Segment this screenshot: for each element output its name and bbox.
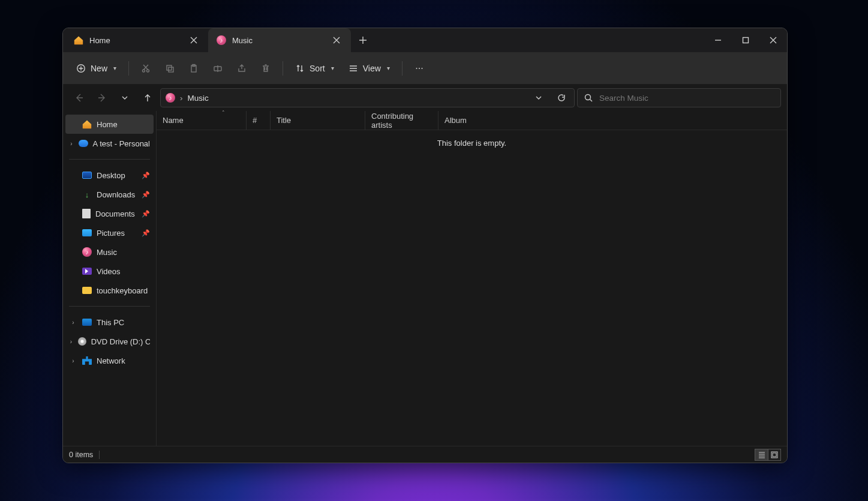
- chevron-down-icon: [534, 93, 543, 103]
- rename-button[interactable]: [207, 58, 229, 79]
- sidebar-item-home[interactable]: › Home: [65, 115, 154, 134]
- search-input[interactable]: [599, 94, 774, 103]
- cut-button[interactable]: [135, 58, 157, 79]
- paste-button[interactable]: [183, 58, 205, 79]
- address-bar[interactable]: › Music: [160, 88, 575, 107]
- nav-bar: › Music: [63, 85, 787, 111]
- details-view-button[interactable]: [755, 449, 768, 461]
- sidebar-item-label: Network: [97, 356, 125, 365]
- trash-icon: [261, 64, 271, 73]
- expand-chevron[interactable]: ›: [69, 319, 77, 326]
- video-icon: [82, 268, 92, 275]
- view-label: View: [363, 64, 381, 73]
- sidebar-item-label: touchkeyboard: [97, 286, 148, 295]
- pin-icon: 📌: [142, 191, 150, 199]
- view-button[interactable]: View ▾: [343, 58, 396, 79]
- sidebar-item-onedrive[interactable]: › A test - Personal: [65, 134, 154, 153]
- separator: [69, 159, 150, 160]
- paste-icon: [189, 64, 199, 73]
- download-icon: ↓: [82, 190, 92, 199]
- share-button[interactable]: [231, 58, 253, 79]
- separator: [99, 451, 100, 459]
- svg-point-10: [419, 68, 420, 69]
- rename-icon: [213, 64, 223, 73]
- separator: [128, 61, 129, 76]
- expand-chevron[interactable]: ›: [69, 140, 74, 147]
- up-button[interactable]: [137, 88, 158, 108]
- pin-icon: 📌: [142, 210, 150, 218]
- network-icon: [82, 356, 92, 365]
- svg-rect-7: [193, 64, 195, 66]
- desktop-icon: [82, 172, 92, 179]
- back-button[interactable]: [69, 88, 89, 108]
- tab-home[interactable]: Home: [65, 28, 208, 52]
- separator: [283, 61, 283, 76]
- column-header-track[interactable]: #: [247, 111, 271, 130]
- column-header-name[interactable]: Name ˄: [157, 111, 247, 130]
- refresh-button[interactable]: [552, 89, 570, 107]
- sort-button[interactable]: Sort ▾: [289, 58, 340, 79]
- column-label: #: [253, 116, 257, 125]
- sidebar-item-documents[interactable]: Documents 📌: [65, 204, 154, 223]
- close-window-button[interactable]: [759, 28, 787, 52]
- minimize-button[interactable]: [704, 28, 732, 52]
- toolbar: New ▾ Sort ▾ View ▾: [63, 52, 787, 85]
- list-icon: [758, 451, 765, 458]
- sidebar-item-desktop[interactable]: Desktop 📌: [65, 166, 154, 185]
- sidebar-item-label: Desktop: [97, 171, 125, 180]
- home-icon: [82, 119, 92, 129]
- expand-chevron[interactable]: ›: [69, 358, 77, 364]
- new-tab-button[interactable]: [351, 28, 375, 52]
- delete-button[interactable]: [255, 58, 277, 79]
- column-header-artists[interactable]: Contributing artists: [365, 111, 438, 130]
- arrow-right-icon: [97, 93, 107, 103]
- svg-rect-6: [191, 65, 196, 72]
- file-list-area[interactable]: This folder is empty.: [157, 130, 787, 446]
- svg-rect-4: [167, 65, 172, 70]
- pin-icon: 📌: [142, 229, 150, 237]
- maximize-icon: [741, 35, 750, 45]
- svg-rect-5: [169, 67, 173, 72]
- search-box[interactable]: [577, 88, 781, 107]
- maximize-button[interactable]: [732, 28, 759, 52]
- navigation-pane[interactable]: › Home › A test - Personal Desktop 📌 ↓ D…: [63, 111, 157, 446]
- tab-label: Music: [232, 36, 253, 45]
- sidebar-item-touchkeyboard[interactable]: touchkeyboard: [65, 281, 154, 300]
- column-label: Name: [163, 116, 184, 125]
- close-tab-button[interactable]: [185, 32, 202, 49]
- sidebar-item-music[interactable]: Music: [65, 242, 154, 262]
- close-tab-button[interactable]: [328, 32, 345, 49]
- chevron-down-icon: [120, 93, 130, 103]
- pin-icon: 📌: [142, 172, 150, 179]
- copy-button[interactable]: [159, 58, 181, 79]
- minimize-icon: [713, 35, 723, 45]
- column-header-album[interactable]: Album: [438, 111, 516, 130]
- sidebar-item-dvd-drive[interactable]: › DVD Drive (D:) CCCOMA_X64FRE: [65, 332, 154, 351]
- sidebar-item-this-pc[interactable]: › This PC: [65, 313, 154, 332]
- separator: [69, 306, 150, 307]
- plus-icon: [358, 35, 368, 45]
- expand-chevron[interactable]: ›: [69, 338, 73, 345]
- address-dropdown-button[interactable]: [530, 89, 548, 107]
- folder-icon: [82, 287, 92, 294]
- sidebar-item-network[interactable]: › Network: [65, 351, 154, 370]
- forward-button[interactable]: [92, 88, 112, 108]
- copy-icon: [165, 64, 175, 73]
- tab-music[interactable]: Music: [208, 28, 351, 52]
- sidebar-item-pictures[interactable]: Pictures 📌: [65, 223, 154, 242]
- body: › Home › A test - Personal Desktop 📌 ↓ D…: [63, 111, 787, 446]
- sidebar-item-downloads[interactable]: ↓ Downloads 📌: [65, 185, 154, 204]
- column-header-title[interactable]: Title: [271, 111, 365, 130]
- sidebar-item-videos[interactable]: Videos: [65, 262, 154, 281]
- more-button[interactable]: [409, 58, 430, 79]
- breadcrumb-item[interactable]: Music: [188, 94, 209, 103]
- tab-label: Home: [89, 36, 110, 45]
- close-icon: [189, 35, 199, 45]
- title-bar[interactable]: Home Music: [63, 28, 787, 52]
- ellipsis-icon: [415, 64, 424, 73]
- search-icon: [584, 93, 593, 103]
- empty-folder-message: This folder is empty.: [437, 139, 506, 148]
- new-button[interactable]: New ▾: [70, 58, 122, 79]
- thumbnails-view-button[interactable]: [768, 449, 781, 461]
- recent-locations-button[interactable]: [115, 88, 135, 108]
